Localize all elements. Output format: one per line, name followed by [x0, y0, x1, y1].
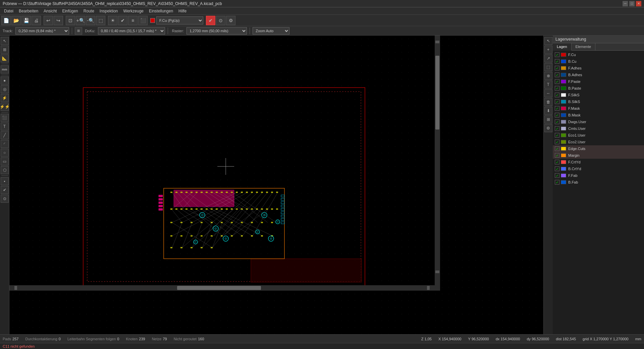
board-setup-button[interactable]: ⚙	[226, 16, 235, 25]
zoom-area-button[interactable]: ⬚	[96, 16, 105, 25]
grid-toggle[interactable]: ⊞	[1, 46, 9, 54]
import-right[interactable]: ⬇	[544, 107, 552, 115]
vscroll-up-btn[interactable]	[435, 41, 439, 43]
layer-item[interactable]: ✓Cmts.User	[553, 125, 644, 132]
layer-item[interactable]: ✓Eco2.User	[553, 139, 644, 145]
vscroll-down-btn[interactable]	[435, 270, 439, 273]
add-arc[interactable]: ◜	[1, 140, 9, 148]
mm-unit[interactable]: mm	[1, 65, 9, 73]
vscroll-thumb[interactable]	[435, 56, 439, 130]
cursor-tool-right[interactable]: ↖	[544, 37, 552, 45]
settings-right[interactable]: ⚙	[544, 124, 552, 132]
canvas-area[interactable]	[9, 36, 543, 334]
layer-item[interactable]: ✓F.Cu	[553, 51, 644, 58]
drc-small[interactable]: ✔	[1, 186, 9, 194]
highlight-net-button[interactable]: ⊙	[216, 16, 225, 25]
add-rect[interactable]: ▭	[1, 157, 9, 165]
layer-check-badhes[interactable]: ✓	[555, 72, 559, 77]
layer-check-bcu[interactable]: ✓	[555, 59, 559, 64]
add-track-right[interactable]: +	[544, 46, 552, 54]
layer-check-fcu[interactable]: ✓	[555, 52, 559, 57]
add-graphic[interactable]: ╱	[1, 131, 9, 139]
add-circle[interactable]: ○	[1, 149, 9, 157]
select-tool[interactable]: ↖	[1, 37, 9, 45]
layer-check-ffab[interactable]: ✓	[555, 173, 559, 178]
layer-item[interactable]: ✓F.CrtYd	[553, 159, 644, 165]
layer-dropdown[interactable]: F.Cu (PgUp) B.Cu (PgDn) Edge.Cuts Margin	[156, 16, 203, 24]
dimension-right[interactable]: ↔	[544, 89, 552, 97]
layer-item[interactable]: ✓Margin	[553, 152, 644, 159]
layer-item[interactable]: ✓F.SilkS	[553, 92, 644, 98]
tab-elemente[interactable]: Elemente	[572, 43, 595, 50]
minimize-button[interactable]: ─	[623, 1, 628, 6]
zoom-out-button[interactable]: -🔍	[86, 16, 95, 25]
layer-check-fadhes[interactable]: ✓	[555, 66, 559, 70]
layer-item[interactable]: ✓B.Mask	[553, 112, 644, 118]
layer-item[interactable]: ✓F.Mask	[553, 105, 644, 112]
diff-pair-tool[interactable]: ⚡⚡	[1, 103, 9, 111]
layer-item[interactable]: ✓F.Paste	[553, 78, 644, 85]
doku-select[interactable]: 0,80 / 0,40 mm (31,5 / 15,7 mils) *	[98, 27, 165, 35]
layer-item[interactable]: ✓B.Fab	[553, 179, 644, 186]
menu-inspektion[interactable]: Inspektion	[97, 7, 121, 15]
redo-button[interactable]: ↪	[54, 16, 63, 25]
add-text-right[interactable]: T	[544, 81, 552, 89]
tab-lagen[interactable]: Lagen	[553, 43, 572, 51]
menu-datei[interactable]: Datei	[1, 7, 16, 15]
menu-route[interactable]: Route	[81, 7, 97, 15]
layer-item[interactable]: ✓F.Fab	[553, 172, 644, 179]
hscroll-thumb[interactable]	[177, 286, 261, 290]
draw-zone-right[interactable]: ⬚	[544, 63, 552, 71]
footprint-button[interactable]: ⬛	[138, 16, 148, 25]
layer-item[interactable]: ✓B.Adhes	[553, 71, 644, 78]
hscroll-right-btn[interactable]	[427, 286, 430, 290]
netlist-button[interactable]: ≡	[128, 16, 138, 25]
menu-werkzeuge[interactable]: Werkzeuge	[121, 7, 146, 15]
grid-settings-button[interactable]: ⊞	[75, 27, 82, 35]
print-button[interactable]: 🖨	[32, 16, 41, 25]
menu-hilfe[interactable]: Hilfe	[176, 7, 189, 15]
delete-right[interactable]: 🗑	[544, 98, 552, 106]
3d-viewer[interactable]: ⊙	[1, 195, 9, 203]
measure-tool[interactable]: 📐	[1, 54, 9, 62]
layer-check-margin[interactable]: ✓	[555, 153, 559, 158]
layer-item[interactable]: ✓B.CrtYd	[553, 165, 644, 172]
zoom-select[interactable]: Zoom Auto 50% 100% 200%	[253, 27, 289, 35]
drc-button[interactable]: ✔	[118, 16, 127, 25]
layer-check-bcrtyd[interactable]: ✓	[555, 166, 559, 171]
layer-check-dwgsuser[interactable]: ✓	[555, 119, 559, 124]
layer-item[interactable]: ✓F.Adhes	[553, 65, 644, 71]
route-right[interactable]: ↗	[544, 54, 552, 62]
fill-zones[interactable]: ▪	[1, 177, 9, 185]
layer-check-bsilks[interactable]: ✓	[555, 99, 559, 104]
menu-ansicht[interactable]: Ansicht	[41, 7, 59, 15]
layer-item[interactable]: ✓Edge.Cuts	[553, 145, 644, 152]
hscroll-left-btn[interactable]	[14, 286, 17, 290]
layer-item[interactable]: ✓B.Paste	[553, 85, 644, 92]
menu-bearbeiten[interactable]: Bearbeiten	[16, 7, 41, 15]
close-button[interactable]: ✕	[636, 1, 641, 6]
save-button[interactable]: 💾	[21, 16, 31, 25]
menu-einfuegen[interactable]: Einfügen	[59, 7, 80, 15]
dots-grid-right[interactable]: ⊞	[544, 115, 552, 123]
pad-tool[interactable]: ●	[1, 77, 9, 85]
menu-einstellungen[interactable]: Einstellungen	[146, 7, 176, 15]
maximize-button[interactable]: □	[629, 1, 635, 6]
pcb-canvas[interactable]	[9, 36, 543, 334]
layer-item[interactable]: ✓Dwgs.User	[553, 118, 644, 125]
open-button[interactable]: 📂	[11, 16, 21, 25]
highlight-button[interactable]: ☀	[108, 16, 117, 25]
layer-check-eco1user[interactable]: ✓	[555, 133, 559, 138]
layer-check-fpaste[interactable]: ✓	[555, 79, 559, 84]
undo-button[interactable]: ↩	[44, 16, 53, 25]
layer-check-fmask[interactable]: ✓	[555, 106, 559, 111]
layer-check-cmtsuser[interactable]: ✓	[555, 126, 559, 131]
raster-select[interactable]: 1,2700 mm (50,00 mils)	[186, 27, 247, 35]
add-footprint[interactable]: ⬛	[1, 114, 9, 122]
track-tool[interactable]: ⚡	[1, 94, 9, 102]
new-button[interactable]: 📄	[1, 16, 11, 25]
via-tool[interactable]: ◎	[1, 85, 9, 93]
layer-check-bmask[interactable]: ✓	[555, 113, 559, 117]
add-poly[interactable]: ⬠	[1, 166, 9, 174]
add-keepout-right[interactable]: ⊗	[544, 72, 552, 80]
